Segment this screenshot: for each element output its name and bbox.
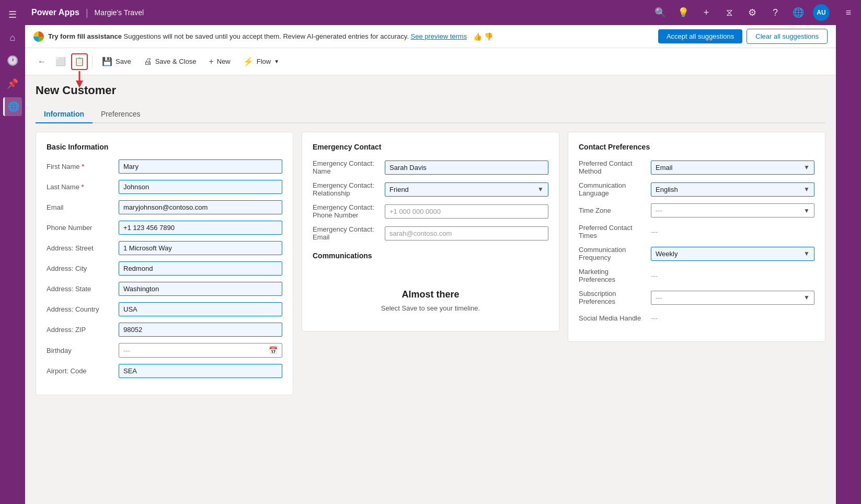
last-name-label: Last Name — [47, 183, 114, 191]
lightbulb-icon[interactable]: 💡 — [675, 4, 692, 21]
ec-name-row: Emergency Contact: Name — [313, 159, 548, 175]
street-row: Address: Street — [47, 241, 282, 255]
comm-freq-chevron-icon: ▼ — [803, 250, 810, 257]
expand-button[interactable]: ⬜ — [52, 53, 69, 70]
social-handle-row: Social Media Handle --- — [579, 312, 814, 325]
emergency-contact-section: Emergency Contact Emergency Contact: Nam… — [302, 132, 559, 331]
city-row: Address: City — [47, 261, 282, 276]
ec-name-input[interactable] — [385, 161, 548, 175]
birthday-input[interactable]: --- 📅 — [119, 343, 282, 358]
first-name-label: First Name — [47, 163, 114, 170]
sub-pref-select[interactable]: --- ▼ — [651, 291, 814, 305]
add-icon[interactable]: + — [698, 4, 715, 21]
almost-there-title: Almost there — [323, 289, 538, 300]
preview-terms-link[interactable]: See preview terms — [410, 32, 467, 40]
top-bar: Power Apps | Margie's Travel 🔍 💡 + ⧖ ⚙ ?… — [25, 0, 836, 25]
marketing-pref-value: --- — [651, 269, 658, 282]
thumbs-down-icon[interactable]: 👎 — [484, 32, 493, 41]
ec-phone-row: Emergency Contact: Phone Number — [313, 203, 548, 219]
brand-separator: | — [86, 7, 88, 18]
country-input[interactable] — [119, 302, 282, 316]
sub-pref-chevron-icon: ▼ — [803, 294, 810, 301]
flow-button[interactable]: ⚡ Flow ▼ — [238, 53, 284, 70]
ec-email-input[interactable] — [385, 226, 548, 240]
new-button[interactable]: + New — [203, 54, 235, 70]
nav-data-icon[interactable]: 🌐 — [3, 97, 22, 116]
left-nav: ☰ ⌂ 🕐 📌 🌐 — [0, 0, 25, 504]
timezone-select[interactable]: --- ▼ — [651, 203, 814, 217]
pref-contact-method-select[interactable]: Email ▼ — [651, 161, 814, 175]
timezone-chevron-icon: ▼ — [803, 207, 810, 214]
ec-email-row: Emergency Contact: Email — [313, 225, 548, 241]
last-name-input[interactable] — [119, 180, 282, 194]
clear-all-button[interactable]: Clear all suggestions — [747, 29, 828, 44]
settings-icon[interactable]: ⚙ — [744, 4, 761, 21]
avatar[interactable]: AU — [813, 4, 830, 21]
airport-label: Airport: Code — [47, 367, 114, 375]
help-icon[interactable]: ? — [767, 4, 784, 21]
street-input[interactable] — [119, 241, 282, 255]
email-label: Email — [47, 203, 114, 211]
new-icon: + — [209, 57, 213, 66]
right-sidebar-icon[interactable]: ≡ — [846, 7, 852, 18]
city-input[interactable] — [119, 261, 282, 276]
ai-banner: Try form fill assistance Suggestions wil… — [25, 25, 836, 48]
comm-freq-label: Communication Frequency — [579, 246, 647, 261]
nav-home-icon[interactable]: ⌂ — [3, 28, 22, 47]
airport-input[interactable] — [119, 364, 282, 378]
communications-title: Communications — [313, 251, 548, 260]
email-row: Email — [47, 200, 282, 214]
toolbar-separator-1 — [92, 55, 93, 68]
last-name-row: Last Name — [47, 180, 282, 194]
save-close-button[interactable]: 🖨 Save & Close — [139, 54, 202, 70]
pref-method-chevron-icon: ▼ — [803, 164, 810, 171]
state-label: Address: State — [47, 285, 114, 293]
country-row: Address: Country — [47, 302, 282, 316]
nav-pin-icon[interactable]: 📌 — [3, 74, 22, 93]
basic-info-title: Basic Information — [47, 143, 282, 151]
ec-phone-input[interactable] — [385, 204, 548, 219]
back-button[interactable]: ← — [33, 53, 50, 70]
pref-times-row: Preferred Contact Times --- — [579, 224, 814, 239]
copy-button[interactable]: 📋 — [71, 53, 88, 70]
calendar-icon: 📅 — [269, 346, 278, 354]
email-input[interactable] — [119, 200, 282, 214]
nav-recent-icon[interactable]: 🕐 — [3, 51, 22, 70]
tab-information[interactable]: Information — [36, 106, 93, 123]
globe-icon[interactable]: 🌐 — [790, 4, 807, 21]
timezone-label: Time Zone — [579, 207, 647, 214]
comm-lang-select[interactable]: English ▼ — [651, 182, 814, 197]
nav-menu-icon[interactable]: ☰ — [3, 5, 22, 24]
communications-section: Communications — [313, 251, 548, 260]
thumbs-up-icon[interactable]: 👍 — [473, 32, 482, 41]
filter-icon[interactable]: ⧖ — [721, 4, 738, 21]
pref-contact-method-row: Preferred Contact Method Email ▼ — [579, 159, 814, 175]
country-label: Address: Country — [47, 305, 114, 313]
phone-row: Phone Number — [47, 221, 282, 235]
ec-relationship-select[interactable]: Friend ▼ — [385, 182, 548, 197]
timezone-row: Time Zone --- ▼ — [579, 203, 814, 217]
tab-preferences[interactable]: Preferences — [93, 106, 148, 123]
zip-input[interactable] — [119, 323, 282, 337]
first-name-input[interactable] — [119, 159, 282, 174]
pref-times-label: Preferred Contact Times — [579, 224, 647, 239]
accept-all-button[interactable]: Accept all suggestions — [658, 29, 742, 43]
search-icon[interactable]: 🔍 — [652, 4, 669, 21]
phone-input[interactable] — [119, 221, 282, 235]
feedback-thumbs: 👍 👎 — [473, 32, 493, 41]
first-name-row: First Name — [47, 159, 282, 174]
app-title: Margie's Travel — [95, 8, 144, 17]
sub-pref-label: Subscription Preferences — [579, 290, 647, 305]
toolbar: ← ⬜ 📋 💾 Save 🖨 Save & Close + New ⚡ Flow… — [25, 48, 836, 75]
right-sidebar: ≡ — [836, 0, 861, 504]
comm-freq-select[interactable]: Weekly ▼ — [651, 247, 814, 261]
content-area: New Customer Information Preferences Bas… — [25, 75, 836, 504]
save-button[interactable]: 💾 Save — [97, 53, 136, 70]
state-input[interactable] — [119, 282, 282, 296]
ec-rel-chevron-icon: ▼ — [537, 186, 544, 193]
form-grid: Basic Information First Name Last Name E… — [36, 132, 825, 395]
tabs: Information Preferences — [36, 106, 825, 123]
zip-label: Address: ZIP — [47, 326, 114, 334]
city-label: Address: City — [47, 265, 114, 272]
emergency-contact-title: Emergency Contact — [313, 143, 548, 151]
